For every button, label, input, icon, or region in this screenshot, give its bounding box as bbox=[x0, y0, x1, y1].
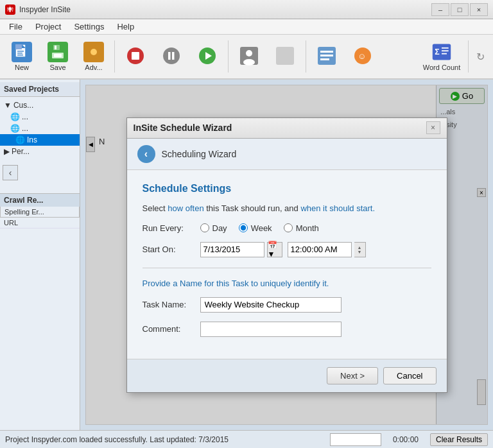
crawl-col: URL bbox=[0, 218, 80, 228]
dialog-footer: Next > Cancel bbox=[127, 359, 447, 392]
status-search-input[interactable] bbox=[330, 433, 381, 446]
section-description: Select how often this Task should run, a… bbox=[143, 203, 431, 213]
task-name-input[interactable] bbox=[200, 297, 342, 313]
back-icon: ‹ bbox=[144, 148, 148, 160]
comment-label: Comment: bbox=[143, 324, 200, 334]
close-button[interactable]: × bbox=[470, 3, 488, 16]
save-icon bbox=[48, 42, 68, 62]
tree-item-label: Ins bbox=[27, 135, 37, 144]
tree-item-2[interactable]: 🌐 ... bbox=[0, 123, 80, 134]
start-on-row: Start On: 📅▼ ▲ ▼ bbox=[143, 242, 431, 257]
toolbar-blank-button[interactable] bbox=[268, 37, 302, 76]
dialog-overlay: InSite Schedule Wizard × ‹ Scheduling Wi… bbox=[86, 85, 487, 424]
radio-day-input[interactable] bbox=[200, 223, 209, 232]
status-time: 0:00:00 bbox=[386, 435, 425, 444]
refresh-icon[interactable]: ↻ bbox=[472, 49, 488, 64]
report-icon bbox=[316, 46, 337, 66]
svg-rect-21 bbox=[172, 52, 175, 60]
toolbar-wordcount-button[interactable]: Σ Word Count bbox=[419, 37, 464, 76]
toolbar-play-button[interactable] bbox=[191, 37, 224, 76]
time-input[interactable] bbox=[288, 242, 352, 257]
tree-item-label: Per... bbox=[12, 147, 30, 156]
comment-row: Comment: bbox=[143, 322, 431, 337]
tree-item-per[interactable]: ▶ Per... bbox=[0, 146, 80, 157]
comment-input[interactable] bbox=[200, 322, 342, 337]
globe-icon-2: 🌐 bbox=[10, 124, 20, 133]
dialog-close-button[interactable]: × bbox=[426, 121, 440, 134]
toolbar-report-button[interactable] bbox=[310, 37, 343, 76]
svg-rect-5 bbox=[17, 55, 23, 56]
tree-item-label: ... bbox=[22, 124, 28, 133]
toolbar-pause-button[interactable] bbox=[155, 37, 188, 76]
time-spin-button[interactable]: ▲ ▼ bbox=[354, 242, 366, 257]
tree-item-0[interactable]: ▼ Cus... bbox=[0, 99, 80, 111]
back-button[interactable]: ‹ bbox=[137, 145, 155, 163]
toolbar: New Save Adv... bbox=[0, 35, 493, 80]
nav-left-button[interactable]: ‹ bbox=[3, 165, 18, 180]
radio-day-label: Day bbox=[212, 223, 227, 233]
maximize-button[interactable]: □ bbox=[451, 3, 469, 16]
svg-rect-13 bbox=[93, 45, 94, 47]
window-controls: – □ × bbox=[431, 3, 488, 16]
dialog-title: InSite Schedule Wizard bbox=[134, 123, 426, 133]
nav-area: ‹ bbox=[0, 162, 80, 183]
svg-rect-4 bbox=[17, 53, 22, 54]
calendar-button[interactable]: 📅▼ bbox=[267, 242, 282, 257]
tree-item-label: ... bbox=[22, 112, 28, 121]
toolbar-adv-button[interactable]: Adv... bbox=[77, 37, 110, 76]
menu-project[interactable]: Project bbox=[29, 21, 67, 33]
svg-rect-10 bbox=[54, 54, 62, 57]
sidebar-tree: ▼ Cus... 🌐 ... 🌐 ... 🌐 Ins ▶ Per... bbox=[0, 97, 80, 160]
app-icon: 🕷 bbox=[5, 4, 15, 15]
status-text: Project Inspyder.com loaded successfully… bbox=[5, 435, 325, 444]
radio-month-input[interactable] bbox=[284, 223, 293, 232]
radio-month[interactable]: Month bbox=[284, 223, 319, 233]
wordcount-icon: Σ bbox=[431, 42, 452, 62]
menu-settings[interactable]: Settings bbox=[67, 21, 110, 33]
radio-week[interactable]: Week bbox=[239, 223, 272, 233]
tree-item-1[interactable]: 🌐 ... bbox=[0, 111, 80, 123]
radio-week-label: Week bbox=[251, 223, 272, 233]
svg-rect-31 bbox=[320, 58, 329, 60]
svg-rect-37 bbox=[442, 50, 449, 51]
svg-rect-18 bbox=[132, 52, 139, 60]
menu-file[interactable]: File bbox=[3, 21, 29, 33]
svg-rect-27 bbox=[276, 47, 294, 65]
toolbar-new-button[interactable]: New bbox=[5, 37, 39, 76]
stop-icon bbox=[125, 46, 146, 66]
toolbar-save-label: Save bbox=[49, 64, 65, 71]
date-input[interactable] bbox=[200, 242, 264, 257]
tree-expand-icon-2: ▶ bbox=[4, 147, 10, 156]
crawl-tab[interactable]: Spelling Er... bbox=[0, 207, 80, 218]
crawl-tab-label: Spelling Er... bbox=[4, 208, 44, 216]
divider bbox=[143, 268, 431, 268]
svg-rect-3 bbox=[17, 51, 24, 52]
radio-month-label: Month bbox=[296, 223, 319, 233]
toolbar-save-button[interactable]: Save bbox=[41, 37, 74, 76]
radio-day[interactable]: Day bbox=[200, 223, 227, 233]
cancel-button[interactable]: Cancel bbox=[383, 367, 436, 384]
toolbar-users-button[interactable] bbox=[232, 37, 266, 76]
minimize-button[interactable]: – bbox=[431, 3, 449, 16]
start-on-label: Start On: bbox=[143, 245, 200, 254]
radio-week-input[interactable] bbox=[239, 223, 248, 232]
task-name-row: Task Name: bbox=[143, 297, 431, 313]
svg-point-26 bbox=[243, 59, 255, 65]
next-button[interactable]: Next > bbox=[327, 367, 378, 384]
tree-item-ins[interactable]: 🌐 Ins bbox=[0, 134, 80, 146]
toolbar-stop-button[interactable] bbox=[119, 37, 152, 76]
background-window: ▶ Go ...als ...sity × ◀ N InSite Schedul… bbox=[85, 85, 488, 425]
globe-icon-3: 🌐 bbox=[15, 135, 25, 144]
users-icon bbox=[239, 46, 259, 66]
menu-help[interactable]: Help bbox=[110, 21, 141, 33]
menu-bar: File Project Settings Help bbox=[0, 19, 493, 35]
svg-rect-8 bbox=[55, 46, 56, 49]
wordcount-label: Word Count bbox=[423, 64, 461, 71]
svg-point-12 bbox=[91, 49, 97, 55]
toolbar-orange-button[interactable]: ☺ bbox=[346, 37, 379, 76]
clear-results-button[interactable]: Clear Results bbox=[430, 433, 488, 446]
schedule-wizard-dialog: InSite Schedule Wizard × ‹ Scheduling Wi… bbox=[126, 117, 447, 393]
task-name-label: Task Name: bbox=[143, 300, 200, 309]
main-area: Saved Projects ▼ Cus... 🌐 ... 🌐 ... 🌐 In… bbox=[0, 80, 493, 430]
frequency-radio-group: Day Week Month bbox=[200, 223, 319, 233]
